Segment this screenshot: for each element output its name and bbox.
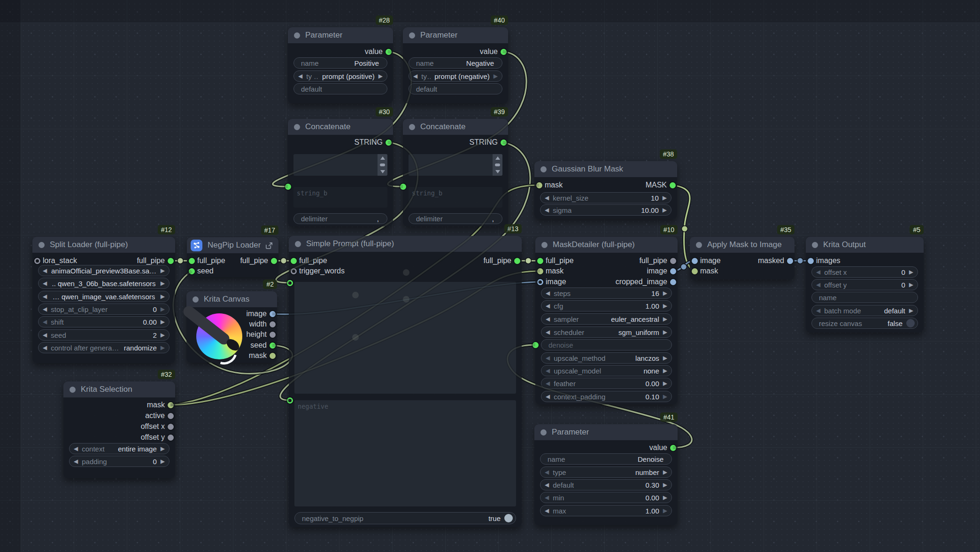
- node-header[interactable]: Split Loader (full-pipe): [32, 237, 175, 253]
- decrement-arrow-icon[interactable]: ◀: [413, 73, 417, 79]
- widget-kernel_size[interactable]: ◀kernel_size10▶: [540, 192, 671, 203]
- node-header[interactable]: Concatenate: [288, 119, 393, 135]
- textarea-scrollbar[interactable]: [493, 154, 502, 176]
- expand-icon[interactable]: [265, 241, 274, 250]
- increment-arrow-icon[interactable]: ▶: [909, 282, 913, 288]
- increment-arrow-icon[interactable]: ▶: [663, 195, 667, 201]
- slot-dot-image[interactable]: [537, 279, 543, 285]
- slot-dot-seed[interactable]: [270, 342, 276, 349]
- collapse-dot[interactable]: [294, 124, 300, 130]
- widget-padding[interactable]: ◀padding0▶: [69, 456, 170, 467]
- widget-denoise[interactable]: denoise: [541, 339, 672, 350]
- node-header[interactable]: Concatenate: [403, 119, 508, 135]
- decrement-arrow-icon[interactable]: ◀: [546, 329, 550, 335]
- widget-resize-canvas[interactable]: resize canvasfalse: [811, 318, 918, 329]
- decrement-arrow-icon[interactable]: ◀: [545, 195, 549, 201]
- slot-dot-link[interactable]: [287, 280, 293, 286]
- node-header[interactable]: Parameter: [534, 424, 678, 440]
- slot-dot-images[interactable]: [808, 258, 814, 264]
- slot-dot-trigger_words[interactable]: [291, 268, 297, 274]
- slot-dot-full_pipe[interactable]: [189, 258, 195, 264]
- slot-dot-image[interactable]: [270, 311, 276, 317]
- slot-dot-image[interactable]: [670, 268, 676, 274]
- widget-stop_at_clip_layer[interactable]: ◀stop_at_clip_layer0▶: [38, 303, 170, 315]
- slot-dot-seed[interactable]: [189, 268, 195, 274]
- collapse-dot[interactable]: [294, 32, 300, 39]
- increment-arrow-icon[interactable]: ▶: [161, 319, 165, 325]
- slot-dot-mask[interactable]: [536, 182, 542, 188]
- text-area[interactable]: [409, 154, 502, 176]
- slot-dot-full_pipe[interactable]: [168, 258, 174, 264]
- increment-arrow-icon[interactable]: ▶: [378, 73, 383, 79]
- increment-arrow-icon[interactable]: ▶: [663, 394, 667, 399]
- decrement-arrow-icon[interactable]: ◀: [298, 73, 302, 79]
- increment-arrow-icon[interactable]: ▶: [663, 207, 667, 213]
- decrement-arrow-icon[interactable]: ◀: [816, 308, 820, 313]
- slot-dot-MASK[interactable]: [670, 182, 676, 188]
- text-area[interactable]: string_b: [409, 187, 502, 208]
- increment-arrow-icon[interactable]: ▶: [161, 345, 165, 350]
- decrement-arrow-icon[interactable]: ◀: [74, 446, 78, 451]
- increment-arrow-icon[interactable]: ▶: [161, 294, 165, 299]
- decrement-arrow-icon[interactable]: ◀: [43, 332, 47, 338]
- decrement-arrow-icon[interactable]: ◀: [43, 345, 47, 350]
- decrement-arrow-icon[interactable]: ◀: [74, 459, 78, 464]
- collapse-dot[interactable]: [69, 387, 76, 393]
- increment-arrow-icon[interactable]: ▶: [663, 303, 667, 309]
- slot-dot-value[interactable]: [386, 49, 392, 55]
- widget-seed[interactable]: ◀seed2▶: [38, 329, 170, 341]
- slot-dot-link[interactable]: [400, 184, 406, 190]
- widget-offset-x[interactable]: ◀offset x0▶: [811, 266, 918, 278]
- collapse-dot[interactable]: [696, 242, 702, 248]
- increment-arrow-icon[interactable]: ▶: [494, 73, 498, 79]
- slot-dot-masked[interactable]: [787, 258, 793, 264]
- slot-dot-lora_stack[interactable]: [34, 258, 40, 264]
- scroll-thumb[interactable]: [495, 163, 500, 166]
- node-header[interactable]: Apply Mask to Image: [690, 237, 795, 253]
- widget-feather[interactable]: ◀feather0.00▶: [541, 378, 672, 389]
- increment-arrow-icon[interactable]: ▶: [663, 368, 667, 373]
- slot-dot-width[interactable]: [270, 321, 276, 327]
- increment-arrow-icon[interactable]: ▶: [909, 308, 913, 313]
- slot-dot-offset-y[interactable]: [168, 435, 174, 441]
- collapse-dot[interactable]: [409, 124, 415, 130]
- slot-dot-mask[interactable]: [537, 268, 543, 274]
- slot-dot-denoise[interactable]: [532, 342, 539, 348]
- node-header[interactable]: MaskDetailer (full-pipe): [535, 237, 678, 253]
- decrement-arrow-icon[interactable]: ◀: [43, 306, 47, 312]
- increment-arrow-icon[interactable]: ▶: [663, 316, 667, 322]
- widget-upscale_model[interactable]: ◀upscale_modelnone▶: [541, 365, 672, 376]
- increment-arrow-icon[interactable]: ▶: [161, 459, 165, 464]
- slot-dot-link[interactable]: [285, 184, 291, 190]
- toggle-off[interactable]: [906, 319, 915, 327]
- collapse-dot[interactable]: [295, 241, 301, 247]
- widget-ty-[interactable]: ◀ty…prompt (negative)▶: [409, 70, 502, 82]
- increment-arrow-icon[interactable]: ▶: [161, 268, 165, 273]
- slot-dot-cropped_image[interactable]: [670, 279, 676, 285]
- scroll-down-icon[interactable]: [495, 170, 500, 173]
- widget-cfg[interactable]: ◀cfg1.00▶: [541, 300, 672, 311]
- slot-dot-full_pipe[interactable]: [514, 258, 520, 264]
- node-graph-canvas[interactable]: #28ParametervaluenamePositive◀ty …prompt…: [0, 0, 980, 552]
- increment-arrow-icon[interactable]: ▶: [909, 269, 913, 275]
- increment-arrow-icon[interactable]: ▶: [161, 446, 165, 451]
- toggle-on[interactable]: [504, 514, 513, 522]
- widget-min[interactable]: ◀min0.00▶: [540, 492, 672, 503]
- increment-arrow-icon[interactable]: ▶: [161, 306, 165, 312]
- open-subgraph-button[interactable]: [265, 241, 274, 250]
- scroll-up-icon[interactable]: [495, 156, 500, 160]
- increment-arrow-icon[interactable]: ▶: [663, 495, 667, 500]
- decrement-arrow-icon[interactable]: ◀: [545, 495, 549, 500]
- widget-default[interactable]: default: [293, 83, 387, 94]
- widget-context_padding[interactable]: ◀context_padding0.10▶: [541, 391, 672, 402]
- decrement-arrow-icon[interactable]: ◀: [43, 294, 47, 299]
- widget-context[interactable]: ◀contextentire image▶: [69, 443, 170, 454]
- node-header[interactable]: Krita Canvas: [186, 291, 277, 307]
- slot-dot-link[interactable]: [287, 397, 293, 404]
- increment-arrow-icon[interactable]: ▶: [663, 329, 667, 335]
- decrement-arrow-icon[interactable]: ◀: [43, 319, 47, 325]
- scroll-down-icon[interactable]: [380, 170, 385, 173]
- widget-control-after-genera-[interactable]: ◀control after genera…randomize▶: [38, 342, 170, 353]
- decrement-arrow-icon[interactable]: ◀: [545, 207, 549, 213]
- collapse-dot[interactable]: [39, 242, 45, 248]
